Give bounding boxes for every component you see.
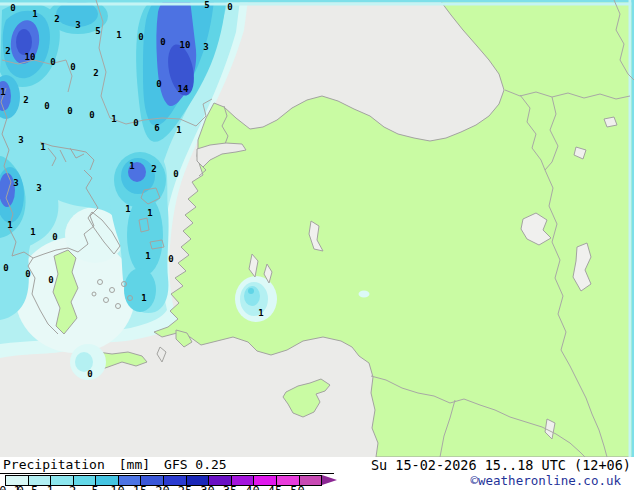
precip-value-label: 0: [160, 37, 165, 47]
precip-sw-turkey-core: [248, 288, 254, 294]
precip-value-label: 1: [147, 208, 152, 218]
precip-value-label: 3: [18, 135, 23, 145]
colorbar-labels: 0.10.5125101520253035404550: [0, 485, 334, 490]
colorbar-label: 5: [91, 484, 98, 490]
precip-value-label: 1: [40, 142, 45, 152]
precip-right-strip-light: [629, 0, 632, 457]
precip-value-label: 3: [75, 20, 80, 30]
lake-northeast: [604, 117, 617, 127]
precip-value-label: 0: [133, 118, 138, 128]
precip-value-label: 1: [176, 125, 181, 135]
precip-value-label: 1: [0, 87, 5, 97]
precip-top-strip-light: [0, 3, 634, 6]
legend-model: GFS 0.25: [164, 457, 227, 472]
colorbar-label: 15: [133, 484, 147, 490]
precip-value-label: 0: [52, 232, 57, 242]
colorbar-label: 30: [200, 484, 214, 490]
precip-value-label: 0: [156, 79, 161, 89]
precip-value-label: 0: [48, 275, 53, 285]
precip-central-dot: [359, 291, 370, 298]
colorbar-label: 2: [69, 484, 76, 490]
precip-value-label: 0: [87, 369, 92, 379]
footer-right: Su 15-02-2026 15..18 UTC (12+06) ©weathe…: [371, 457, 631, 488]
precip-value-label: 1: [7, 220, 12, 230]
precip-value-label: 5: [95, 26, 100, 36]
precip-value-label: 1: [30, 227, 35, 237]
precip-value-label: 10: [25, 52, 36, 62]
precip-value-label: 0: [50, 57, 55, 67]
precip-value-label: 0: [70, 62, 75, 72]
precip-value-label: 2: [93, 68, 98, 78]
precip-value-label: 0: [89, 110, 94, 120]
colorbar-label: 0.5: [17, 484, 39, 490]
precip-value-label: 2: [151, 164, 156, 174]
weather-map-app: 0123510010350210002014120001061311203311…: [0, 0, 634, 490]
legend-title: Precipitation: [3, 457, 105, 472]
precip-value-label: 3: [203, 42, 208, 52]
precip-value-label: 1: [111, 114, 116, 124]
east-peloponnese-land: [53, 250, 78, 334]
precip-value-label: 0: [25, 269, 30, 279]
map-svg: 0123510010350210002014120001061311203311…: [0, 0, 634, 457]
legend-title-row: Precipitation [mm] GFS 0.25: [0, 457, 334, 474]
legend-left: Precipitation [mm] GFS 0.25 0.10.5125101…: [0, 457, 334, 490]
precip-value-label: 5: [204, 0, 209, 10]
precipitation-map: 0123510010350210002014120001061311203311…: [0, 0, 634, 457]
precip-value-label: 3: [36, 183, 41, 193]
precip-value-label: 0: [227, 2, 232, 12]
precip-value-label: 0: [10, 3, 15, 13]
legend-units: [mm]: [119, 457, 150, 472]
precip-value-label: 0: [168, 254, 173, 264]
colorbar-label: 50: [290, 484, 304, 490]
precip-value-label: 0: [67, 106, 72, 116]
colorbar-label: 45: [268, 484, 282, 490]
precip-value-label: 1: [129, 161, 134, 171]
precip-value-label: 3: [13, 178, 18, 188]
precip-value-label: 0: [3, 263, 8, 273]
colorbar-label: 25: [178, 484, 192, 490]
precip-value-label: 6: [154, 123, 159, 133]
precip-value-label: 10: [180, 40, 191, 50]
precip-value-label: 0: [173, 169, 178, 179]
precip-value-label: 0: [44, 101, 49, 111]
precip-value-label: 1: [141, 293, 146, 303]
precip-2mm-south-aegean: [124, 268, 156, 312]
colorbar-label: 20: [155, 484, 169, 490]
colorbar-arrow: [322, 475, 337, 485]
precip-value-label: 14: [178, 84, 189, 94]
copyright-link[interactable]: ©weatheronline.co.uk: [371, 473, 621, 488]
precip-value-label: 2: [23, 95, 28, 105]
precip-value-label: 2: [5, 46, 10, 56]
colorbar-label: 10: [110, 484, 124, 490]
precip-value-label: 0: [138, 32, 143, 42]
colorbar-label: 40: [245, 484, 259, 490]
precip-value-label: 2: [54, 14, 59, 24]
forecast-datetime: Su 15-02-2026 15..18 UTC (12+06): [371, 457, 631, 473]
legend-bar: Precipitation [mm] GFS 0.25 0.10.5125101…: [0, 457, 634, 490]
colorbar-label: 35: [223, 484, 237, 490]
precip-top-strip: [0, 0, 634, 3]
precip-value-label: 1: [116, 30, 121, 40]
precip-value-label: 1: [125, 204, 130, 214]
precip-value-label: 1: [258, 308, 263, 318]
precip-2mm-east-aegean: [127, 195, 163, 275]
precip-value-label: 1: [32, 9, 37, 19]
precip-value-label: 1: [145, 251, 150, 261]
colorbar-label: 1: [46, 484, 53, 490]
